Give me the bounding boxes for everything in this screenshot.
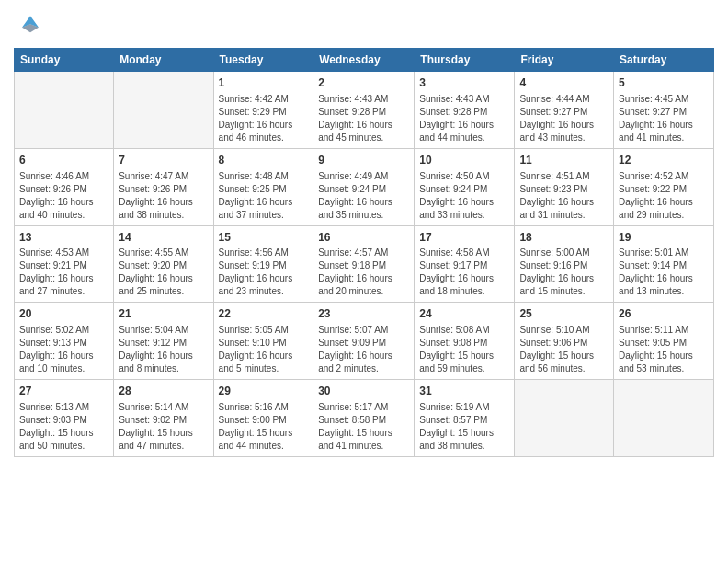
calendar-cell-1-5: 3 Sunrise: 4:43 AMSunset: 9:28 PMDayligh… [415, 72, 515, 149]
day-info: Sunrise: 4:52 AMSunset: 9:22 PMDaylight:… [619, 171, 693, 220]
day-number: 21 [119, 306, 208, 322]
day-number: 4 [519, 75, 609, 91]
calendar-cell-4-6: 25 Sunrise: 5:10 AMSunset: 9:06 PMDaylig… [515, 303, 614, 380]
day-info: Sunrise: 5:01 AMSunset: 9:14 PMDaylight:… [619, 247, 693, 296]
calendar-cell-3-2: 14 Sunrise: 4:55 AMSunset: 9:20 PMDaylig… [114, 225, 213, 303]
logo [14, 9, 49, 42]
calendar-cell-1-3: 1 Sunrise: 4:42 AMSunset: 9:29 PMDayligh… [213, 72, 313, 149]
day-info: Sunrise: 4:46 AMSunset: 9:26 PMDaylight:… [19, 171, 94, 220]
calendar-cell-2-5: 10 Sunrise: 4:50 AMSunset: 9:24 PMDaylig… [415, 148, 515, 225]
day-info: Sunrise: 4:56 AMSunset: 9:19 PMDaylight:… [219, 247, 293, 296]
logo-icon [14, 9, 47, 42]
calendar-cell-4-2: 21 Sunrise: 5:04 AMSunset: 9:12 PMDaylig… [114, 303, 213, 380]
day-number: 12 [619, 153, 709, 168]
calendar-cell-2-3: 8 Sunrise: 4:48 AMSunset: 9:25 PMDayligh… [213, 148, 313, 225]
day-number: 31 [419, 384, 509, 399]
calendar-cell-4-3: 22 Sunrise: 5:05 AMSunset: 9:10 PMDaylig… [213, 303, 313, 380]
calendar-page: SundayMondayTuesdayWednesdayThursdayFrid… [0, 0, 728, 563]
day-number: 8 [219, 153, 309, 168]
header [14, 9, 714, 42]
calendar-cell-3-4: 16 Sunrise: 4:57 AMSunset: 9:18 PMDaylig… [313, 225, 415, 303]
day-info: Sunrise: 5:16 AMSunset: 9:00 PMDaylight:… [219, 402, 293, 451]
day-number: 28 [119, 384, 208, 399]
day-number: 6 [19, 153, 108, 168]
day-number: 26 [619, 306, 709, 322]
calendar-cell-5-1: 27 Sunrise: 5:13 AMSunset: 9:03 PMDaylig… [15, 380, 114, 457]
calendar-cell-4-4: 23 Sunrise: 5:07 AMSunset: 9:09 PMDaylig… [313, 303, 415, 380]
weekday-header-saturday: Saturday [614, 49, 714, 72]
calendar-cell-4-5: 24 Sunrise: 5:08 AMSunset: 9:08 PMDaylig… [415, 303, 515, 380]
day-number: 22 [219, 306, 309, 322]
day-number: 23 [318, 306, 409, 322]
calendar-cell-5-7 [614, 380, 714, 457]
calendar-week-3: 13 Sunrise: 4:53 AMSunset: 9:21 PMDaylig… [15, 225, 714, 303]
day-number: 30 [318, 384, 409, 399]
day-number: 1 [219, 75, 309, 91]
calendar-cell-3-7: 19 Sunrise: 5:01 AMSunset: 9:14 PMDaylig… [614, 225, 714, 303]
day-info: Sunrise: 4:43 AMSunset: 9:28 PMDaylight:… [419, 94, 494, 143]
calendar-cell-5-6 [515, 380, 614, 457]
day-info: Sunrise: 4:51 AMSunset: 9:23 PMDaylight:… [519, 171, 594, 220]
calendar-cell-2-1: 6 Sunrise: 4:46 AMSunset: 9:26 PMDayligh… [15, 148, 114, 225]
day-number: 25 [519, 306, 609, 322]
day-number: 18 [519, 230, 609, 246]
day-info: Sunrise: 5:10 AMSunset: 9:06 PMDaylight:… [519, 325, 594, 373]
calendar-cell-2-6: 11 Sunrise: 4:51 AMSunset: 9:23 PMDaylig… [515, 148, 614, 225]
calendar-week-5: 27 Sunrise: 5:13 AMSunset: 9:03 PMDaylig… [15, 380, 714, 457]
day-number: 11 [519, 153, 609, 168]
weekday-header-row: SundayMondayTuesdayWednesdayThursdayFrid… [15, 49, 714, 72]
calendar-week-4: 20 Sunrise: 5:02 AMSunset: 9:13 PMDaylig… [15, 303, 714, 380]
day-number: 5 [619, 75, 709, 91]
day-info: Sunrise: 5:19 AMSunset: 8:57 PMDaylight:… [419, 402, 494, 451]
weekday-header-friday: Friday [515, 49, 614, 72]
calendar-cell-1-4: 2 Sunrise: 4:43 AMSunset: 9:28 PMDayligh… [313, 72, 415, 149]
day-number: 17 [419, 230, 509, 246]
day-info: Sunrise: 5:02 AMSunset: 9:13 PMDaylight:… [19, 325, 94, 373]
weekday-header-monday: Monday [114, 49, 213, 72]
day-number: 27 [19, 384, 108, 399]
calendar-cell-2-4: 9 Sunrise: 4:49 AMSunset: 9:24 PMDayligh… [313, 148, 415, 225]
day-info: Sunrise: 5:05 AMSunset: 9:10 PMDaylight:… [219, 325, 293, 373]
weekday-header-wednesday: Wednesday [313, 49, 415, 72]
day-number: 9 [318, 153, 409, 168]
day-info: Sunrise: 5:07 AMSunset: 9:09 PMDaylight:… [318, 325, 392, 373]
day-info: Sunrise: 5:17 AMSunset: 8:58 PMDaylight:… [318, 402, 392, 451]
calendar-cell-4-7: 26 Sunrise: 5:11 AMSunset: 9:05 PMDaylig… [614, 303, 714, 380]
day-info: Sunrise: 4:53 AMSunset: 9:21 PMDaylight:… [19, 247, 94, 296]
calendar-cell-1-1 [15, 72, 114, 149]
day-number: 16 [318, 230, 409, 246]
calendar-cell-2-7: 12 Sunrise: 4:52 AMSunset: 9:22 PMDaylig… [614, 148, 714, 225]
calendar-cell-4-1: 20 Sunrise: 5:02 AMSunset: 9:13 PMDaylig… [15, 303, 114, 380]
day-info: Sunrise: 4:42 AMSunset: 9:29 PMDaylight:… [219, 94, 293, 143]
calendar-week-1: 1 Sunrise: 4:42 AMSunset: 9:29 PMDayligh… [15, 72, 714, 149]
day-number: 7 [119, 153, 208, 168]
day-info: Sunrise: 4:47 AMSunset: 9:26 PMDaylight:… [119, 171, 193, 220]
day-number: 15 [219, 230, 309, 246]
day-number: 10 [419, 153, 509, 168]
calendar-table: SundayMondayTuesdayWednesdayThursdayFrid… [14, 48, 714, 457]
day-info: Sunrise: 5:13 AMSunset: 9:03 PMDaylight:… [19, 402, 94, 451]
day-number: 20 [19, 306, 108, 322]
day-info: Sunrise: 5:04 AMSunset: 9:12 PMDaylight:… [119, 325, 193, 373]
day-info: Sunrise: 5:11 AMSunset: 9:05 PMDaylight:… [619, 325, 693, 373]
day-info: Sunrise: 4:43 AMSunset: 9:28 PMDaylight:… [318, 94, 392, 143]
day-info: Sunrise: 4:50 AMSunset: 9:24 PMDaylight:… [419, 171, 494, 220]
day-number: 24 [419, 306, 509, 322]
day-info: Sunrise: 4:48 AMSunset: 9:25 PMDaylight:… [219, 171, 293, 220]
day-info: Sunrise: 4:44 AMSunset: 9:27 PMDaylight:… [519, 94, 594, 143]
calendar-cell-3-1: 13 Sunrise: 4:53 AMSunset: 9:21 PMDaylig… [15, 225, 114, 303]
day-info: Sunrise: 5:00 AMSunset: 9:16 PMDaylight:… [519, 247, 594, 296]
day-number: 13 [19, 230, 108, 246]
calendar-cell-5-3: 29 Sunrise: 5:16 AMSunset: 9:00 PMDaylig… [213, 380, 313, 457]
calendar-cell-5-4: 30 Sunrise: 5:17 AMSunset: 8:58 PMDaylig… [313, 380, 415, 457]
weekday-header-sunday: Sunday [15, 49, 114, 72]
calendar-cell-3-3: 15 Sunrise: 4:56 AMSunset: 9:19 PMDaylig… [213, 225, 313, 303]
day-number: 3 [419, 75, 509, 91]
day-info: Sunrise: 4:57 AMSunset: 9:18 PMDaylight:… [318, 247, 392, 296]
calendar-cell-3-6: 18 Sunrise: 5:00 AMSunset: 9:16 PMDaylig… [515, 225, 614, 303]
day-number: 29 [219, 384, 309, 399]
day-info: Sunrise: 5:14 AMSunset: 9:02 PMDaylight:… [119, 402, 193, 451]
day-number: 2 [318, 75, 409, 91]
calendar-cell-1-7: 5 Sunrise: 4:45 AMSunset: 9:27 PMDayligh… [614, 72, 714, 149]
day-info: Sunrise: 4:55 AMSunset: 9:20 PMDaylight:… [119, 247, 193, 296]
